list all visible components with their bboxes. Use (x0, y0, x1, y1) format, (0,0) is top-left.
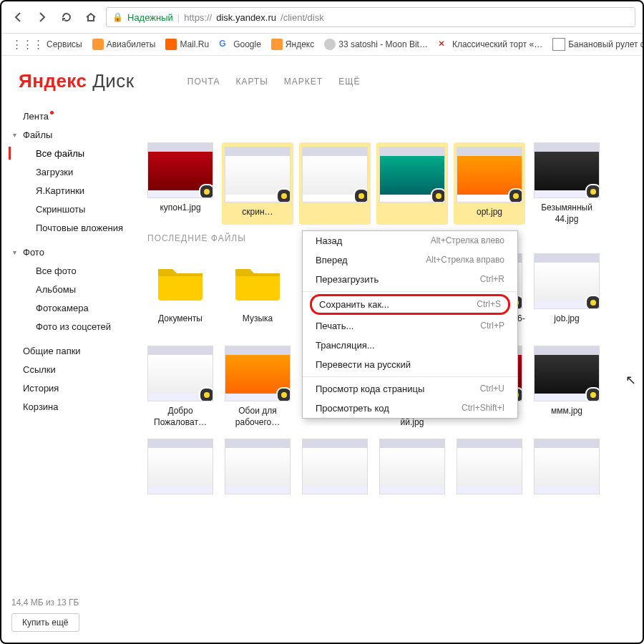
notification-dot (50, 111, 54, 114)
context-menu-item[interactable]: Трансляция... (303, 336, 517, 355)
file-name: Музыка (222, 313, 293, 325)
sidebar-item[interactable]: Почтовые вложения (9, 218, 130, 237)
context-menu-item[interactable]: Перевести на русский (303, 355, 517, 374)
sidebar-item[interactable]: Все фото (9, 261, 130, 280)
yandex-disk-logo[interactable]: Яндекс Диск (19, 70, 135, 92)
sidebar-item[interactable]: Альбомы (9, 280, 130, 298)
file-item[interactable] (376, 439, 448, 499)
chevron-down-icon: ▾ (13, 131, 23, 139)
sync-badge-icon (508, 188, 522, 203)
file-item[interactable] (531, 439, 602, 499)
folder-item[interactable]: Музыка (222, 253, 293, 336)
file-name: job.jpg (531, 313, 602, 325)
sidebar-item[interactable]: Ссылки (9, 360, 130, 379)
header-nav: ПОЧТА КАРТЫ МАРКЕТ ЕЩЁ (187, 77, 361, 87)
folder-item[interactable]: Документы (145, 253, 216, 336)
file-item[interactable]: ммм.jpg (531, 346, 602, 428)
file-item[interactable]: скрин… (222, 142, 293, 225)
file-row (145, 439, 643, 499)
storage-usage: 14,4 МБ из 13 ГБ (11, 597, 79, 608)
file-item[interactable]: job.jpg (531, 253, 602, 336)
sidebar-item-label: Скриншоты (36, 204, 85, 215)
back-button[interactable] (9, 8, 27, 26)
sidebar-item-label: Корзина (23, 401, 59, 412)
file-name: купон1.jpg (145, 203, 216, 214)
bookmark-google[interactable]: GGoogle (216, 39, 264, 50)
menu-item-shortcut: Ctrl+Shift+I (462, 403, 504, 414)
sidebar-item[interactable]: Общие папки (9, 341, 130, 360)
context-menu-item[interactable]: ВпередAlt+Стрелка вправо (303, 250, 517, 270)
sidebar-item[interactable]: Фото из соцсетей (9, 317, 130, 336)
bookmark-cake[interactable]: ✕Классический торт «… (435, 39, 545, 50)
file-thumbnail (379, 147, 445, 203)
sidebar-item[interactable]: Фотокамера (9, 298, 130, 317)
bookmark-apps[interactable]: ⋮⋮⋮Сервисы (9, 38, 85, 51)
reload-button[interactable] (57, 8, 76, 26)
menu-item-label: Перевести на русский (316, 359, 411, 370)
url-protocol: https:// (184, 12, 212, 23)
menu-item-shortcut: Ctrl+R (480, 274, 504, 285)
file-thumbnail (147, 142, 213, 198)
context-menu-item[interactable]: Просмотр кода страницыCtrl+U (303, 379, 517, 399)
context-menu-item[interactable]: Сохранить как...Ctrl+S (312, 296, 508, 313)
menu-separator (303, 376, 517, 377)
apps-icon: ⋮⋮⋮ (11, 38, 44, 51)
sync-badge-icon (276, 188, 291, 203)
file-item[interactable]: Добро Пожаловат… (145, 346, 216, 428)
home-button[interactable] (82, 8, 100, 26)
context-menu-item[interactable]: НазадAlt+Стрелка влево (303, 231, 517, 250)
bookmark-banana[interactable]: Банановый рулет со … (550, 38, 643, 51)
bookmark-icon (165, 39, 177, 50)
bookmark-yandex[interactable]: Яндекс (268, 39, 317, 50)
file-thumbnail (534, 142, 600, 198)
context-menu-item[interactable]: Просмотреть кодCtrl+Shift+I (303, 399, 517, 418)
headnav-maps[interactable]: КАРТЫ (235, 77, 268, 87)
file-item[interactable]: купон1.jpg (145, 142, 216, 225)
sidebar-item[interactable]: ▾Файлы (9, 125, 130, 144)
sidebar-footer: 14,4 МБ из 13 ГБ Купить ещё (11, 597, 79, 632)
sync-badge-icon (431, 188, 445, 203)
sidebar-item[interactable]: Лента (9, 107, 130, 125)
file-item[interactable]: opt.jpg (454, 142, 525, 225)
file-item[interactable]: Безымянный 44.jpg (531, 142, 602, 225)
headnav-mail[interactable]: ПОЧТА (187, 77, 220, 87)
file-item[interactable] (222, 439, 293, 499)
folder-icon (147, 253, 213, 309)
file-item[interactable]: Обои для рабочего… (222, 346, 293, 428)
forward-button[interactable] (33, 8, 52, 26)
file-name: opt.jpg (457, 207, 522, 218)
bookmark-mailru[interactable]: Mail.Ru (162, 39, 212, 50)
sidebar-item[interactable]: История (9, 379, 130, 397)
file-name: ммм.jpg (531, 406, 602, 417)
sidebar-item[interactable]: Все файлы (9, 144, 130, 162)
sidebar-item[interactable]: Я.Картинки (9, 181, 130, 200)
headnav-market[interactable]: МАРКЕТ (284, 77, 323, 87)
context-menu-item[interactable]: Печать...Ctrl+P (303, 316, 517, 336)
file-item[interactable] (145, 439, 216, 499)
file-item[interactable] (299, 142, 371, 225)
sidebar-item[interactable]: Корзина (9, 397, 130, 416)
menu-item-label: Трансляция... (316, 340, 375, 351)
bookmark-satoshi[interactable]: 33 satoshi - Moon Bit… (321, 39, 431, 50)
address-bar[interactable]: 🔒 Надежный | https://disk.yandex.ru/clie… (106, 7, 635, 27)
bookmark-aviabilety[interactable]: Авиабилеты (89, 39, 159, 50)
url-path: /client/disk (280, 12, 324, 23)
sidebar-item[interactable]: Загрузки (9, 162, 130, 181)
file-thumbnail (534, 346, 600, 401)
bookmarks-bar: ⋮⋮⋮Сервисы Авиабилеты Mail.Ru GGoogle Ян… (1, 34, 643, 56)
headnav-more[interactable]: ЕЩЁ (338, 77, 360, 87)
context-menu: НазадAlt+Стрелка влевоВпередAlt+Стрелка … (302, 230, 518, 419)
sidebar-item-label: Все фото (36, 265, 77, 276)
buy-more-button[interactable]: Купить ещё (11, 613, 79, 632)
sidebar-item[interactable]: Скриншоты (9, 200, 130, 218)
menu-item-label: Перезагрузить (316, 274, 379, 285)
sidebar-item-label: Все файлы (36, 148, 84, 159)
sync-badge-icon (585, 295, 600, 309)
file-item[interactable] (376, 142, 448, 225)
file-thumbnail (225, 147, 291, 203)
sidebar-item[interactable]: ▾Фото (9, 243, 130, 261)
context-menu-item[interactable]: ПерезагрузитьCtrl+R (303, 270, 517, 289)
file-item[interactable] (299, 439, 371, 499)
file-item[interactable] (454, 439, 525, 499)
file-name: Добро Пожаловат… (145, 406, 216, 428)
